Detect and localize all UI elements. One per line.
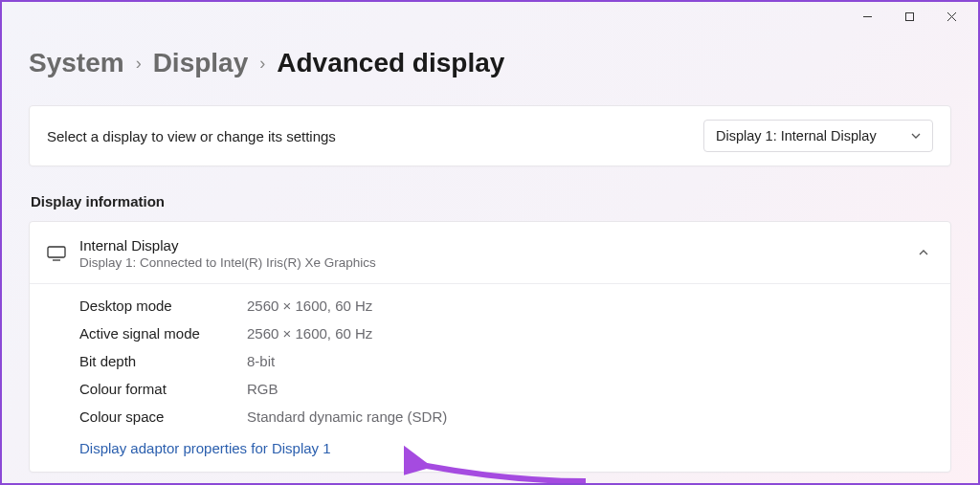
display-selector-label: Select a display to view or change its s… — [47, 128, 336, 144]
breadcrumb: System › Display › Advanced display — [29, 48, 951, 78]
chevron-down-icon — [911, 131, 921, 141]
svg-rect-4 — [48, 247, 65, 257]
display-selector-dropdown[interactable]: Display 1: Internal Display — [703, 120, 933, 152]
chevron-right-icon: › — [136, 54, 142, 74]
info-row: Active signal mode 2560 × 1600, 60 Hz — [30, 320, 950, 347]
info-value: 8-bit — [247, 353, 275, 369]
display-info-title: Internal Display — [79, 237, 918, 254]
info-row: Desktop mode 2560 × 1600, 60 Hz — [30, 292, 950, 320]
display-info-card: Internal Display Display 1: Connected to… — [29, 221, 951, 473]
info-label: Active signal mode — [79, 325, 247, 342]
display-selector-card: Select a display to view or change its s… — [29, 105, 951, 166]
display-info-header[interactable]: Internal Display Display 1: Connected to… — [30, 222, 950, 283]
info-row: Colour format RGB — [30, 375, 950, 403]
minimize-button[interactable] — [846, 3, 888, 30]
svg-rect-1 — [905, 12, 913, 20]
display-info-subtitle: Display 1: Connected to Intel(R) Iris(R)… — [79, 255, 918, 270]
info-label: Desktop mode — [79, 298, 247, 314]
section-heading: Display information — [29, 193, 951, 209]
adapter-properties-link[interactable]: Display adaptor properties for Display 1 — [79, 440, 331, 456]
info-value: RGB — [247, 381, 278, 397]
info-label: Bit depth — [79, 353, 247, 369]
info-label: Colour space — [79, 408, 247, 425]
chevron-up-icon — [918, 245, 929, 262]
breadcrumb-system[interactable]: System — [29, 48, 124, 78]
breadcrumb-display[interactable]: Display — [153, 48, 249, 78]
display-selector-value: Display 1: Internal Display — [716, 128, 877, 143]
info-value: Standard dynamic range (SDR) — [247, 408, 447, 425]
page-title: Advanced display — [277, 48, 504, 78]
info-row: Bit depth 8-bit — [30, 347, 950, 375]
info-row: Colour space Standard dynamic range (SDR… — [30, 403, 950, 430]
monitor-icon — [47, 246, 79, 261]
info-value: 2560 × 1600, 60 Hz — [247, 325, 372, 342]
window-titlebar — [846, 2, 978, 31]
display-info-body: Desktop mode 2560 × 1600, 60 Hz Active s… — [30, 283, 950, 472]
chevron-right-icon: › — [259, 54, 265, 74]
close-button[interactable] — [930, 3, 972, 30]
info-label: Colour format — [79, 381, 247, 397]
info-value: 2560 × 1600, 60 Hz — [247, 298, 372, 314]
maximize-button[interactable] — [888, 3, 930, 30]
